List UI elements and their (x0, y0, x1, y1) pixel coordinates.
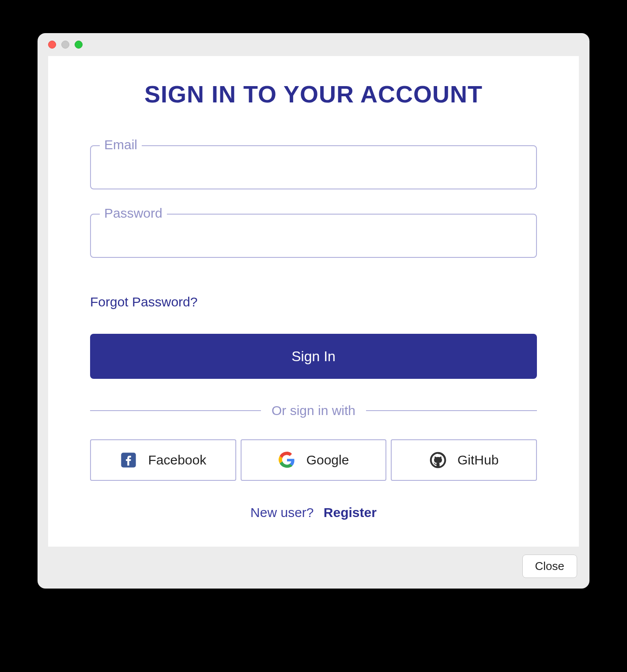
divider-line-right (366, 410, 537, 411)
github-icon (429, 451, 447, 469)
email-field-wrap: Email (90, 145, 537, 189)
titlebar (38, 33, 589, 56)
divider: Or sign in with (90, 403, 537, 418)
google-icon (278, 451, 296, 469)
github-label: GitHub (457, 453, 499, 468)
close-button[interactable]: Close (522, 555, 577, 578)
window-footer: Close (38, 547, 589, 589)
divider-text: Or sign in with (272, 403, 355, 418)
traffic-light-close[interactable] (48, 41, 56, 49)
register-prompt: New user? (250, 505, 314, 520)
email-field[interactable] (90, 145, 537, 189)
facebook-button[interactable]: Facebook (90, 439, 236, 481)
signin-button[interactable]: Sign In (90, 334, 537, 379)
traffic-light-minimize[interactable] (61, 41, 69, 49)
app-window: Sign In To Your Account Email Password F… (38, 33, 589, 589)
github-button[interactable]: GitHub (391, 439, 537, 481)
email-label: Email (100, 137, 142, 152)
password-field-wrap: Password (90, 214, 537, 258)
google-button[interactable]: Google (241, 439, 387, 481)
google-label: Google (306, 453, 349, 468)
signin-panel: Sign In To Your Account Email Password F… (48, 56, 579, 547)
password-label: Password (100, 206, 167, 221)
register-row: New user? Register (90, 505, 537, 520)
facebook-label: Facebook (148, 453, 206, 468)
divider-line-left (90, 410, 261, 411)
register-link[interactable]: Register (324, 505, 377, 520)
page-title: Sign In To Your Account (90, 80, 537, 108)
forgot-password-link[interactable]: Forgot Password? (90, 294, 197, 310)
facebook-icon (120, 451, 137, 469)
traffic-light-zoom[interactable] (75, 41, 83, 49)
social-row: Facebook Google (90, 439, 537, 481)
